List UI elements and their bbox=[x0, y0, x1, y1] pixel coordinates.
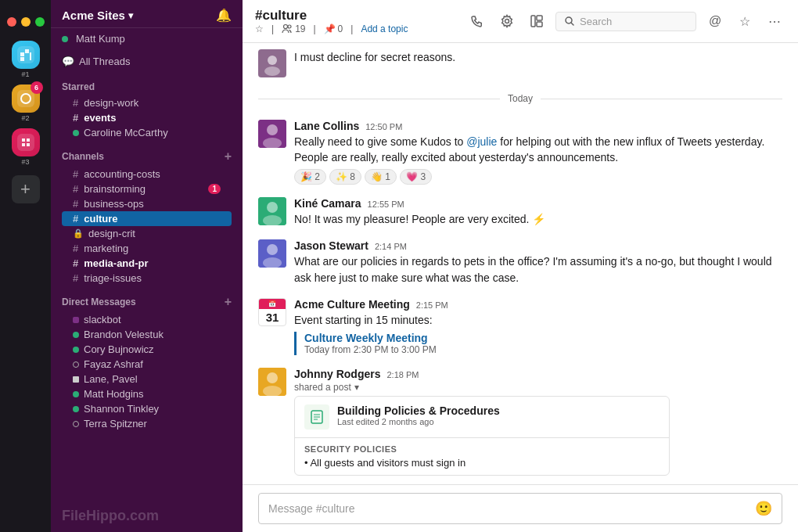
doc-info: Building Policies & Procedures Last edit… bbox=[337, 404, 500, 426]
sidebar-item-terra[interactable]: Terra Spitzner bbox=[62, 416, 232, 431]
svg-point-21 bbox=[267, 244, 278, 255]
star-channel-icon[interactable]: ☆ bbox=[734, 10, 756, 32]
avatar bbox=[258, 49, 286, 77]
sidebar-item-design-work[interactable]: # design-work bbox=[62, 95, 232, 110]
document-icon bbox=[304, 404, 329, 430]
workspace-bar: #1 6 #2 #3 + bbox=[0, 0, 51, 532]
reaction-item[interactable]: ✨ 8 bbox=[329, 169, 361, 185]
message-text: I must decline for secret reasons. bbox=[294, 49, 782, 65]
svg-rect-7 bbox=[531, 16, 535, 27]
workspace-icon-1[interactable]: #1 bbox=[12, 41, 40, 78]
sidebar-item-lane-pavel[interactable]: Lane, Pavel bbox=[62, 372, 232, 386]
search-placeholder: Search bbox=[580, 16, 612, 27]
layout-icon[interactable] bbox=[526, 10, 548, 32]
workspace-icon-3[interactable]: #3 bbox=[12, 128, 40, 166]
avatar bbox=[258, 197, 286, 225]
message-time: 2:18 PM bbox=[386, 370, 419, 379]
svg-rect-8 bbox=[537, 16, 542, 20]
sidebar-header: Acme Sites ▾ 🔔 bbox=[51, 0, 243, 28]
more-options-icon[interactable]: ⋯ bbox=[764, 10, 785, 32]
reaction-item[interactable]: 🎉 2 bbox=[294, 169, 326, 185]
sidebar-item-triage-issues[interactable]: # triage-issues bbox=[62, 271, 232, 286]
starred-header: Starred bbox=[62, 81, 232, 92]
message-text: No! It was my pleasure! People are very … bbox=[294, 211, 782, 227]
maximize-button[interactable] bbox=[35, 17, 45, 27]
sidebar-item-brandon[interactable]: Brandon Velestuk bbox=[62, 327, 232, 342]
main-chat-area: #culture ☆ | 19 | 📌 0 | Add a topic bbox=[243, 0, 798, 532]
close-button[interactable] bbox=[7, 17, 16, 27]
sidebar-item-shannon[interactable]: Shannon Tinkley bbox=[62, 401, 232, 416]
sidebar-item-media-and-pr[interactable]: # media-and-pr bbox=[62, 256, 232, 271]
dm-dot-cory bbox=[73, 347, 79, 353]
shared-post-dropdown-icon[interactable]: ▾ bbox=[354, 382, 359, 393]
policy-item: • All guests and visitors must sign in bbox=[304, 457, 660, 469]
message-text: Really need to give some Kudos to @julie… bbox=[294, 134, 782, 166]
mention-icon[interactable]: @ bbox=[704, 10, 726, 32]
workspace-label-1: #1 bbox=[21, 70, 29, 78]
sidebar-item-slackbot[interactable]: slackbot bbox=[62, 312, 232, 327]
svg-point-18 bbox=[267, 202, 278, 213]
message-content: Lane Collins 12:50 PM Really need to giv… bbox=[294, 120, 782, 185]
doc-meta: Last edited 2 months ago bbox=[337, 417, 500, 426]
add-workspace-button[interactable]: + bbox=[12, 175, 40, 203]
sidebar-item-caroline[interactable]: Caroline McCarthy bbox=[62, 125, 232, 140]
sidebar-item-fayaz[interactable]: Fayaz Ashraf bbox=[62, 357, 232, 372]
all-threads-label: All Threads bbox=[79, 56, 131, 67]
channel-star-icon[interactable]: ☆ bbox=[255, 23, 264, 34]
message-header: Jason Stewart 2:14 PM bbox=[294, 239, 782, 252]
sidebar-item-marketing[interactable]: # marketing bbox=[62, 241, 232, 256]
workspace-name[interactable]: Acme Sites ▾ bbox=[62, 9, 133, 22]
reaction-item[interactable]: 💗 3 bbox=[400, 169, 432, 185]
workspace-label-3: #3 bbox=[21, 158, 29, 166]
message-header: Kiné Camara 12:55 PM bbox=[294, 197, 782, 210]
dm-dot-caroline bbox=[73, 130, 79, 136]
svg-rect-1 bbox=[17, 90, 34, 107]
workspace-label-2: #2 bbox=[21, 114, 29, 122]
list-item: Kiné Camara 12:55 PM No! It was my pleas… bbox=[243, 191, 798, 233]
add-dm-button[interactable]: + bbox=[225, 295, 232, 309]
shared-post-body: SECURITY POLICIES • All guests and visit… bbox=[295, 437, 669, 475]
current-user-name: Matt Kump bbox=[76, 33, 125, 45]
message-input[interactable]: Message #culture 🙂 bbox=[258, 493, 782, 524]
add-topic-link[interactable]: Add a topic bbox=[361, 23, 408, 34]
member-count[interactable]: 19 bbox=[282, 23, 305, 34]
dm-dot-matt-hodgins bbox=[73, 391, 79, 397]
sidebar-item-cory[interactable]: Cory Bujnowicz bbox=[62, 342, 232, 357]
message-time: 2:14 PM bbox=[375, 242, 407, 251]
sidebar-item-accounting-costs[interactable]: # accounting-costs bbox=[62, 167, 232, 182]
event-title-link[interactable]: Culture Weekly Meeting bbox=[304, 332, 782, 344]
dm-dot-fayaz bbox=[73, 361, 79, 368]
sidebar-item-business-ops[interactable]: # business-ops bbox=[62, 196, 232, 211]
sidebar-item-brainstorming[interactable]: # brainstorming 1 bbox=[62, 182, 232, 196]
notification-bell-icon[interactable]: 🔔 bbox=[216, 8, 232, 23]
brainstorming-label: brainstorming bbox=[84, 183, 146, 195]
date-divider: Today bbox=[258, 84, 782, 113]
message-content: I must decline for secret reasons. bbox=[294, 49, 782, 77]
emoji-picker-icon[interactable]: 🙂 bbox=[755, 500, 772, 517]
message-author: Johnny Rodgers bbox=[294, 368, 380, 380]
shared-post-card[interactable]: Building Policies & Procedures Last edit… bbox=[294, 396, 670, 476]
minimize-button[interactable] bbox=[21, 17, 31, 27]
mention-link[interactable]: @julie bbox=[466, 135, 497, 148]
message-author: Lane Collins bbox=[294, 120, 359, 132]
reaction-item[interactable]: 👋 1 bbox=[365, 169, 397, 185]
message-content: Jason Stewart 2:14 PM What are our polic… bbox=[294, 239, 782, 286]
sidebar-item-design-crit[interactable]: 🔒 design-crit bbox=[62, 226, 232, 241]
channel-pin-icon[interactable]: 📌 0 bbox=[324, 23, 343, 34]
svg-rect-9 bbox=[537, 22, 542, 27]
settings-icon[interactable] bbox=[496, 10, 518, 32]
shared-post-label: shared a post bbox=[294, 382, 351, 393]
add-channel-button[interactable]: + bbox=[225, 149, 232, 164]
phone-icon[interactable] bbox=[466, 10, 488, 32]
list-item: Jason Stewart 2:14 PM What are our polic… bbox=[243, 233, 798, 292]
sidebar-item-culture[interactable]: # culture bbox=[62, 211, 232, 226]
svg-rect-0 bbox=[17, 46, 34, 63]
starred-section: Starred # design-work # events Caroline … bbox=[51, 75, 243, 143]
svg-point-6 bbox=[505, 20, 509, 23]
sidebar-item-events[interactable]: # events bbox=[62, 110, 232, 125]
event-card: Culture Weekly Meeting Today from 2:30 P… bbox=[294, 332, 782, 355]
all-threads-link[interactable]: 💬 All Threads bbox=[51, 51, 243, 75]
sidebar-item-matt-hodgins[interactable]: Matt Hodgins bbox=[62, 386, 232, 401]
search-box[interactable]: Search bbox=[555, 12, 696, 31]
workspace-icon-2[interactable]: 6 #2 bbox=[12, 84, 40, 122]
